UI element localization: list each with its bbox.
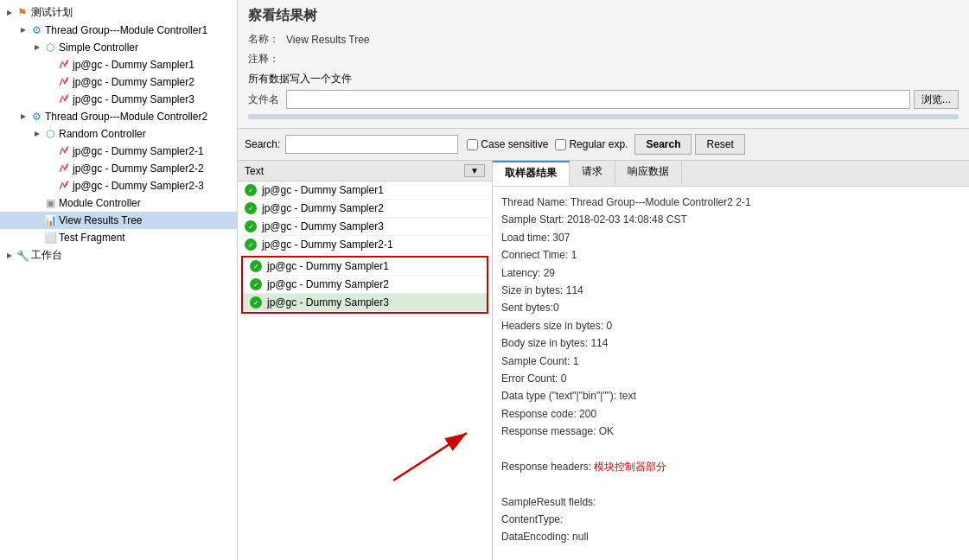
status-ok-icon — [245, 184, 257, 196]
view-results-tree-label: View Results Tree — [59, 214, 143, 226]
sidebar-item-workbench[interactable]: 🔧 工作台 — [0, 246, 237, 264]
detail-line: Headers size in bytes: 0 — [501, 317, 960, 334]
detail-line: Sample Count: 1 — [501, 353, 960, 370]
expand-icon[interactable] — [31, 128, 43, 140]
svg-marker-4 — [35, 131, 40, 137]
sidebar-item-test-plan[interactable]: ⚑ 测试计划 — [0, 3, 237, 22]
expand-icon[interactable] — [3, 250, 16, 262]
status-ok-icon — [250, 296, 262, 309]
detail-line: Latency: 29 — [501, 264, 960, 282]
file-row: 文件名 浏览... — [248, 90, 959, 109]
sidebar-item-test-fragment[interactable]: ⬜ Test Fragment — [0, 229, 237, 246]
status-ok-icon — [245, 220, 257, 232]
regular-exp-checkbox[interactable] — [555, 139, 566, 150]
detail-line: Sample Start: 2018-02-03 14:08:48 CST — [501, 211, 960, 228]
search-label: Search: — [245, 138, 280, 150]
status-ok-icon — [250, 260, 262, 272]
result-item-7[interactable]: jp@gc - Dummy Sampler3 — [243, 294, 487, 312]
regular-exp-option[interactable]: Regular exp. — [555, 138, 628, 150]
search-bar: Search: Case sensitive Regular exp. Sear… — [238, 129, 969, 161]
svg-marker-0 — [7, 10, 12, 16]
result-item-label: jp@gc - Dummy Sampler1 — [267, 260, 389, 272]
result-item-label: jp@gc - Dummy Sampler2 — [267, 278, 389, 290]
expand-icon[interactable] — [31, 41, 43, 54]
reset-button[interactable]: Reset — [695, 134, 744, 155]
status-ok-icon — [245, 202, 257, 214]
sampler2-3-label: jp@gc - Dummy Sampler2-3 — [73, 180, 204, 192]
search-button[interactable]: Search — [634, 134, 692, 155]
result-item-3[interactable]: jp@gc - Dummy Sampler3 — [238, 218, 492, 236]
result-item-1[interactable]: jp@gc - Dummy Sampler1 — [238, 181, 492, 200]
sidebar-item-sampler1-1[interactable]: 🗲 jp@gc - Dummy Sampler1 — [0, 56, 237, 73]
search-input[interactable] — [285, 135, 458, 154]
browse-button[interactable]: 浏览... — [914, 90, 959, 109]
sidebar-item-sampler2-2[interactable]: 🗲 jp@gc - Dummy Sampler2-2 — [0, 160, 237, 177]
expand-icon[interactable] — [3, 7, 16, 19]
sidebar-item-sampler1-3[interactable]: 🗲 jp@gc - Dummy Sampler3 — [0, 91, 237, 108]
results-list: jp@gc - Dummy Sampler1 jp@gc - Dummy Sam… — [238, 181, 492, 560]
sidebar-item-random-controller[interactable]: ⬡ Random Controller — [0, 125, 237, 143]
comment-row: 注释： — [248, 52, 959, 67]
sampler-icon: 🗲 — [57, 179, 71, 193]
sidebar-item-module-controller[interactable]: ▣ Module Controller — [0, 194, 237, 212]
controller-icon: ⬡ — [43, 41, 57, 54]
result-item-5[interactable]: jp@gc - Dummy Sampler1 — [243, 258, 487, 276]
results-list-header: Text ▼ — [238, 161, 492, 181]
detail-line: Load time: 307 — [501, 229, 960, 246]
name-value: View Results Tree — [286, 34, 370, 46]
thread-group1-label: Thread Group---Module Controller1 — [45, 24, 207, 36]
sidebar-item-thread-group1[interactable]: ⚙ Thread Group---Module Controller1 — [0, 22, 237, 39]
flag-icon: ⚑ — [16, 6, 29, 20]
comment-label: 注释： — [248, 52, 279, 67]
simple-controller-label: Simple Controller — [59, 41, 138, 54]
svg-marker-3 — [21, 114, 26, 119]
sidebar-item-thread-group2[interactable]: ⚙ Thread Group---Module Controller2 — [0, 108, 237, 125]
controller-icon: ⬡ — [43, 127, 57, 141]
detail-line: Error Count: 0 — [501, 370, 960, 387]
svg-marker-5 — [7, 253, 12, 258]
sampler2-2-label: jp@gc - Dummy Sampler2-2 — [73, 162, 204, 175]
detail-line: Size in bytes: 114 — [501, 282, 960, 299]
sidebar-item-simple-controller[interactable]: ⬡ Simple Controller — [0, 39, 237, 56]
expand-icon[interactable] — [17, 24, 29, 36]
file-section-label: 所有数据写入一个文件 — [248, 72, 959, 86]
result-item-label: jp@gc - Dummy Sampler2-1 — [262, 239, 393, 251]
sidebar-item-sampler1-2[interactable]: 🗲 jp@gc - Dummy Sampler2 — [0, 73, 237, 91]
dropdown-button[interactable]: ▼ — [464, 164, 485, 177]
name-row: 名称： View Results Tree — [248, 32, 959, 47]
sampler-icon: 🗲 — [57, 75, 71, 89]
detail-line: Data type ("text"|"bin"|""): text — [501, 387, 960, 404]
case-sensitive-checkbox[interactable] — [467, 139, 478, 150]
search-options: Case sensitive Regular exp. — [467, 138, 628, 150]
expand-icon[interactable] — [17, 111, 29, 123]
sidebar-item-sampler2-1[interactable]: 🗲 jp@gc - Dummy Sampler2-1 — [0, 143, 237, 160]
detail-line: Response message: OK — [501, 423, 960, 440]
svg-marker-2 — [35, 45, 40, 50]
detail-line: Response code: 200 — [501, 405, 960, 423]
sampler1-3-label: jp@gc - Dummy Sampler3 — [73, 93, 194, 105]
result-item-6[interactable]: jp@gc - Dummy Sampler2 — [243, 276, 487, 294]
case-sensitive-label: Case sensitive — [481, 138, 548, 150]
tabs-bar: 取样器结果 请求 响应数据 — [493, 161, 969, 187]
file-name-input[interactable] — [286, 90, 910, 109]
test-plan-label: 测试计划 — [31, 5, 73, 20]
sidebar-item-sampler2-3[interactable]: 🗲 jp@gc - Dummy Sampler2-3 — [0, 177, 237, 194]
thread-icon: ⚙ — [29, 110, 43, 124]
detail-line: SampleResult fields: — [501, 493, 960, 511]
result-item-2[interactable]: jp@gc - Dummy Sampler2 — [238, 200, 492, 218]
module-icon: ▣ — [43, 196, 57, 210]
tab-response-data[interactable]: 响应数据 — [615, 161, 682, 186]
tab-request[interactable]: 请求 — [570, 161, 615, 186]
file-name-label: 文件名 — [248, 92, 279, 107]
main-content: 察看结果树 名称： View Results Tree 注释： 所有数据写入一个… — [238, 0, 969, 560]
panel-title: 察看结果树 — [248, 7, 959, 25]
details-panel: 取样器结果 请求 响应数据 Thread Name: Thread Group-… — [493, 161, 969, 560]
result-item-4[interactable]: jp@gc - Dummy Sampler2-1 — [238, 236, 492, 254]
case-sensitive-option[interactable]: Case sensitive — [467, 138, 548, 150]
sidebar-item-view-results-tree[interactable]: 📊 View Results Tree — [0, 212, 237, 229]
detail-line-response-headers: Response headers: 模块控制器部分 — [501, 458, 960, 475]
name-label: 名称： — [248, 32, 279, 47]
sampler-icon: 🗲 — [57, 144, 71, 158]
detail-line — [501, 440, 960, 457]
tab-sample-result[interactable]: 取样器结果 — [493, 161, 570, 186]
